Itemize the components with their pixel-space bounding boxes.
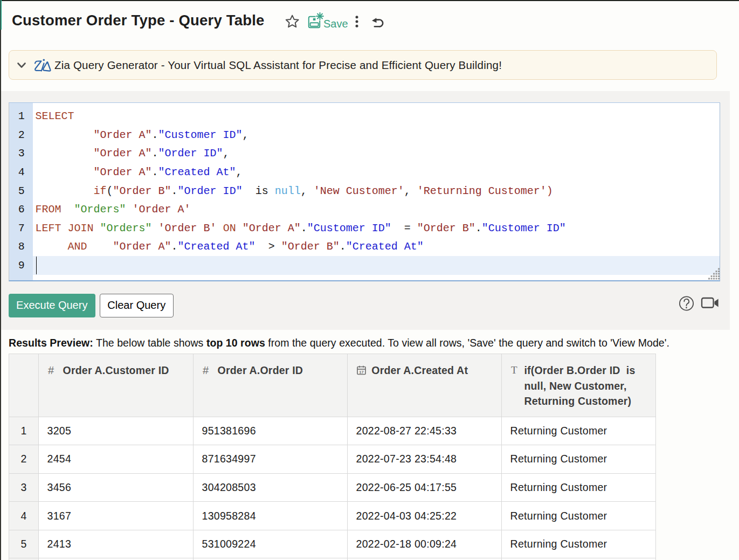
svg-text:17: 17 bbox=[359, 370, 364, 375]
